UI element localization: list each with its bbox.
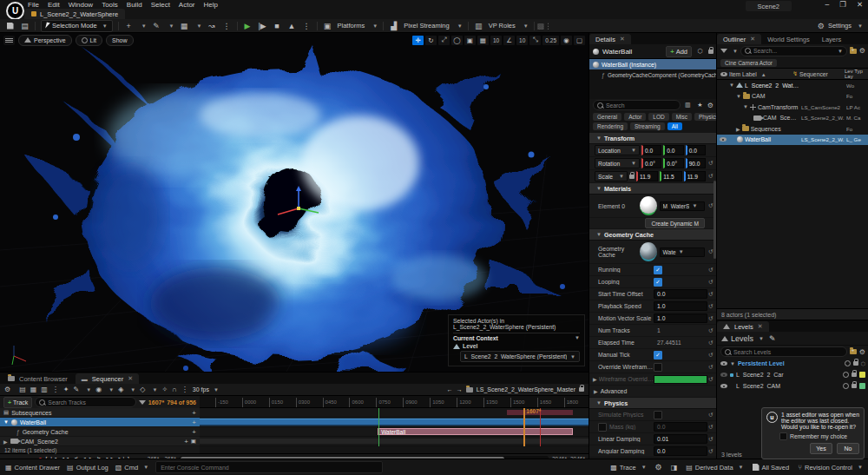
- advanced-group-row[interactable]: ▶Advanced: [589, 386, 717, 398]
- visibility-eye-icon[interactable]: [720, 373, 727, 377]
- item-label-column[interactable]: Item Label ▲: [729, 71, 791, 77]
- geometry-cache-section-header[interactable]: ▼Geometry Cache: [589, 229, 717, 241]
- override-wireframe-color-checkbox[interactable]: [654, 363, 662, 372]
- favorites-icon[interactable]: ★: [695, 101, 705, 110]
- filter-actor[interactable]: Actor: [624, 113, 646, 121]
- back-arrow-icon[interactable]: ←: [447, 386, 453, 393]
- kebab-icon[interactable]: ⋮: [181, 386, 188, 393]
- outliner-search-input[interactable]: Search... ▼: [740, 46, 847, 56]
- world-space-icon[interactable]: ◯: [451, 36, 463, 45]
- gear-icon[interactable]: ⚙: [655, 463, 662, 472]
- multi-user-icon[interactable]: ▩⋮: [540, 21, 549, 30]
- menu-window[interactable]: Window: [69, 1, 93, 9]
- track-subsequences[interactable]: ▤ Subsequences +: [0, 408, 200, 418]
- stop-button[interactable]: ■: [273, 21, 282, 30]
- new-folder-icon[interactable]: [850, 349, 857, 354]
- filter-physics[interactable]: Physics: [694, 113, 717, 121]
- content-browser-icon[interactable]: ▤: [20, 21, 30, 30]
- physics-section-header[interactable]: ▼Physics: [589, 398, 717, 409]
- blueprint-icon[interactable]: ⬡: [861, 360, 865, 366]
- camera-lock-icon[interactable]: ▣: [191, 438, 196, 445]
- selection-mode-dropdown[interactable]: Selection Mode ▼: [41, 20, 113, 32]
- rotate-tool-icon[interactable]: ↻: [425, 36, 437, 45]
- trace-dropdown[interactable]: ▩ Trace ▼: [610, 464, 646, 472]
- actions-icon[interactable]: ⋮: [52, 386, 59, 393]
- motion-vector-scale-field[interactable]: 1.0: [654, 313, 707, 323]
- outliner-row-waterball[interactable]: WaterBall LS_Scene2_2_W.. L_ Ge: [717, 135, 868, 146]
- playback-speed-field[interactable]: 1.0: [654, 301, 707, 311]
- tab-world-settings[interactable]: World Settings: [761, 34, 816, 44]
- chevron-down-icon[interactable]: ▼: [152, 387, 157, 393]
- lighting-icon[interactable]: [843, 372, 849, 378]
- looping-checkbox[interactable]: [654, 278, 662, 287]
- add-component-button[interactable]: +Add: [666, 46, 692, 57]
- add-section-icon[interactable]: +: [192, 409, 196, 417]
- chevron-down-icon[interactable]: ▼: [169, 23, 174, 29]
- visibility-column-icon[interactable]: [720, 72, 727, 76]
- sequence-breadcrumb[interactable]: LS_Scene2_2_WaterSphere_Master: [477, 386, 575, 393]
- remember-choice-checkbox[interactable]: [779, 432, 787, 440]
- tab-levels[interactable]: Levels ✕: [717, 321, 769, 332]
- sequencer-lanes[interactable]: WaterBall 1607*: [200, 408, 589, 446]
- filter-all[interactable]: All: [667, 122, 682, 130]
- tab-content-browser[interactable]: Content Browser: [2, 373, 74, 384]
- tab-layers[interactable]: Layers: [816, 34, 848, 44]
- kebab-icon[interactable]: ⋮: [222, 21, 232, 30]
- lane-waterball[interactable]: [200, 418, 589, 427]
- chevron-down-icon[interactable]: ▼: [858, 23, 863, 29]
- add-section-icon[interactable]: +: [192, 419, 196, 426]
- rotation-snap-value[interactable]: 10: [516, 36, 528, 45]
- track-cam-scene2[interactable]: ▶ CAM_Scene2 + ▣: [0, 437, 200, 446]
- chevron-down-icon[interactable]: ▼: [130, 387, 135, 393]
- sequencer-column[interactable]: Sequencer: [799, 71, 843, 77]
- browse-sequence-icon[interactable]: ▤: [19, 386, 26, 393]
- lock-icon[interactable]: [853, 361, 858, 366]
- grid-snap-icon[interactable]: ▦: [477, 36, 489, 45]
- level-color-swatch[interactable]: [859, 383, 865, 389]
- chevron-down-icon[interactable]: ▼: [838, 49, 843, 54]
- camera-cut-bar[interactable]: [200, 439, 589, 444]
- forward-arrow-icon[interactable]: →: [457, 386, 463, 393]
- scale-tool-icon[interactable]: ⤢: [438, 36, 450, 45]
- outliner-row-cam-scene2[interactable]: CAM_Scene2 LS_Scene2_2_W.. M. Ca: [717, 113, 868, 124]
- keyframe-options-icon[interactable]: ✦: [63, 386, 69, 393]
- chevron-down-icon[interactable]: ▼: [372, 23, 378, 29]
- derived-data-dropdown[interactable]: ▤ Derived Data ▼: [686, 464, 743, 472]
- chevron-down-icon[interactable]: ▼: [457, 23, 463, 29]
- output-log-button[interactable]: ▤ Output Log: [67, 464, 108, 472]
- menu-build[interactable]: Build: [127, 1, 142, 9]
- save-icon[interactable]: [5, 21, 15, 30]
- scale-x[interactable]: 11.9: [636, 171, 658, 181]
- add-section-icon[interactable]: +: [184, 438, 188, 445]
- lighting-icon[interactable]: [845, 360, 851, 366]
- blueprint-convert-icon[interactable]: ⬡: [695, 47, 705, 56]
- close-icon[interactable]: ✕: [758, 323, 763, 330]
- sequencer-settings-icon[interactable]: ⚙: [4, 386, 10, 393]
- component-row-root[interactable]: WaterBall (Instance): [589, 59, 717, 69]
- yes-button[interactable]: Yes: [810, 443, 832, 454]
- rotation-z[interactable]: 90.0: [686, 158, 706, 168]
- blueprints-icon[interactable]: ✎: [152, 21, 161, 30]
- show-dropdown[interactable]: Show: [106, 35, 134, 46]
- chevron-down-icon[interactable]: ▼: [733, 49, 738, 54]
- chevron-down-icon[interactable]: ▼: [108, 387, 114, 393]
- chevron-down-icon[interactable]: ▼: [197, 23, 202, 29]
- gear-icon[interactable]: ⚙: [707, 102, 713, 109]
- rotation-dropdown[interactable]: Rotation▼: [595, 158, 640, 168]
- filter-streaming[interactable]: Streaming: [630, 122, 665, 130]
- level-row-cam[interactable]: L_Scene2_CAM: [717, 380, 868, 392]
- geometry-cache-thumbnail[interactable]: [640, 242, 657, 261]
- filter-misc[interactable]: Misc: [672, 113, 692, 121]
- track-geometry-cache[interactable]: ƒ Geometry Cache +: [0, 427, 200, 437]
- snap-icon[interactable]: ∩: [172, 386, 177, 393]
- tab-sequencer[interactable]: ▬ Sequencer ✕: [76, 373, 139, 384]
- reset-icon[interactable]: ↺: [707, 160, 714, 167]
- outliner-row-world[interactable]: ▼ L_Scene2_2_WaterSphere (Edito Wo: [717, 80, 868, 91]
- lock-icon[interactable]: [579, 387, 584, 392]
- visibility-eye-icon[interactable]: [720, 361, 727, 366]
- filter-lod[interactable]: LOD: [648, 113, 668, 121]
- geometry-cache-clip[interactable]: WaterBall: [378, 428, 573, 435]
- curve-editor-icon[interactable]: ✧: [161, 386, 168, 393]
- menu-actor[interactable]: Actor: [179, 1, 195, 9]
- linear-damping-field[interactable]: 0.01: [654, 434, 707, 444]
